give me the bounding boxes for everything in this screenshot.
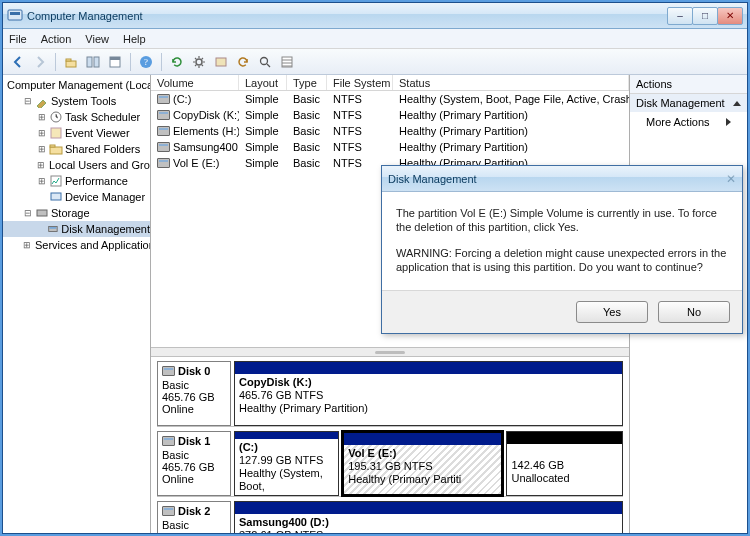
tree-diskmgmt[interactable]: Disk Management bbox=[3, 221, 150, 237]
clock-icon bbox=[49, 110, 63, 124]
drive-icon bbox=[157, 110, 170, 120]
volume-row[interactable]: Elements (H:)SimpleBasicNTFSHealthy (Pri… bbox=[151, 123, 629, 139]
forward-button[interactable] bbox=[31, 53, 49, 71]
tree-devmgr[interactable]: Device Manager bbox=[3, 189, 150, 205]
chevron-right-icon bbox=[726, 118, 731, 126]
svg-rect-4 bbox=[87, 57, 92, 67]
diskmgmt-icon bbox=[47, 222, 59, 236]
disk-icon bbox=[162, 506, 175, 516]
tree-shared[interactable]: ⊞Shared Folders bbox=[3, 141, 150, 157]
back-button[interactable] bbox=[9, 53, 27, 71]
tree-perf[interactable]: ⊞Performance bbox=[3, 173, 150, 189]
partition[interactable]: CopyDisk (K:)465.76 GB NTFSHealthy (Prim… bbox=[234, 361, 623, 426]
disk-header[interactable]: Disk 0 Basic465.76 GBOnline bbox=[157, 361, 231, 426]
svg-rect-3 bbox=[66, 59, 71, 61]
actions-header: Actions bbox=[630, 75, 747, 94]
show-hide-button[interactable] bbox=[84, 53, 102, 71]
volume-row[interactable]: (C:)SimpleBasicNTFSHealthy (System, Boot… bbox=[151, 91, 629, 107]
disk-row[interactable]: Disk 0 Basic465.76 GBOnline CopyDisk (K:… bbox=[157, 361, 623, 427]
graphical-view: Disk 0 Basic465.76 GBOnline CopyDisk (K:… bbox=[151, 357, 629, 533]
device-icon bbox=[49, 190, 63, 204]
window-title: Computer Management bbox=[27, 10, 668, 22]
perf-icon bbox=[49, 174, 63, 188]
properties-button[interactable] bbox=[106, 53, 124, 71]
volume-row[interactable]: Samsung400 (D:)SimpleBasicNTFSHealthy (P… bbox=[151, 139, 629, 155]
tree-systools[interactable]: ⊟System Tools bbox=[3, 93, 150, 109]
tree-event[interactable]: ⊞Event Viewer bbox=[3, 125, 150, 141]
dialog-message-2: WARNING: Forcing a deletion might cause … bbox=[396, 246, 728, 274]
drive-icon bbox=[157, 158, 170, 168]
titlebar[interactable]: Computer Management – □ ✕ bbox=[3, 3, 747, 29]
yes-button[interactable]: Yes bbox=[576, 301, 648, 323]
svg-rect-18 bbox=[50, 145, 55, 147]
volume-row[interactable]: CopyDisk (K:)SimpleBasicNTFSHealthy (Pri… bbox=[151, 107, 629, 123]
svg-point-12 bbox=[261, 57, 268, 64]
volume-list[interactable]: (C:)SimpleBasicNTFSHealthy (System, Boot… bbox=[151, 91, 629, 171]
console-tree[interactable]: Computer Management (Local ⊟System Tools… bbox=[3, 75, 151, 533]
disk-header[interactable]: Disk 1 Basic465.76 GBOnline bbox=[157, 431, 231, 496]
wiz-icon[interactable] bbox=[212, 53, 230, 71]
partition[interactable]: (C:)127.99 GB NTFSHealthy (System, Boot, bbox=[234, 431, 339, 496]
partition-selected[interactable]: Vol E (E:)195.31 GB NTFSHealthy (Primary… bbox=[342, 431, 503, 496]
actions-group[interactable]: Disk Management bbox=[630, 94, 747, 112]
svg-rect-1 bbox=[10, 12, 20, 15]
tree-services[interactable]: ⊞Services and Applications bbox=[3, 237, 150, 253]
delete-confirm-dialog: Disk Management ✕ The partition Vol E (E… bbox=[381, 165, 743, 334]
col-fs[interactable]: File System bbox=[327, 75, 393, 90]
menu-view[interactable]: View bbox=[85, 33, 109, 45]
drive-icon bbox=[157, 94, 170, 104]
tree-storage[interactable]: ⊟Storage bbox=[3, 205, 150, 221]
svg-rect-21 bbox=[51, 176, 61, 186]
disk-icon bbox=[162, 366, 175, 376]
partition-unallocated[interactable]: 142.46 GBUnallocated bbox=[506, 431, 623, 496]
svg-rect-22 bbox=[51, 193, 61, 200]
actions-more[interactable]: More Actions bbox=[630, 112, 747, 132]
col-status[interactable]: Status bbox=[393, 75, 629, 90]
svg-point-10 bbox=[196, 59, 202, 65]
close-button[interactable]: ✕ bbox=[717, 7, 743, 25]
menu-file[interactable]: File bbox=[9, 33, 27, 45]
col-volume[interactable]: Volume bbox=[151, 75, 239, 90]
dialog-message-1: The partition Vol E (E:) Simple Volume i… bbox=[396, 206, 728, 234]
col-layout[interactable]: Layout bbox=[239, 75, 287, 90]
maximize-button[interactable]: □ bbox=[692, 7, 718, 25]
dialog-close-icon[interactable]: ✕ bbox=[726, 172, 736, 186]
menu-help[interactable]: Help bbox=[123, 33, 146, 45]
disk-row[interactable]: Disk 1 Basic465.76 GBOnline (C:)127.99 G… bbox=[157, 431, 623, 497]
menubar: File Action View Help bbox=[3, 29, 747, 49]
help-button[interactable]: ? bbox=[137, 53, 155, 71]
minimize-button[interactable]: – bbox=[667, 7, 693, 25]
refresh-icon[interactable] bbox=[168, 53, 186, 71]
svg-rect-5 bbox=[94, 57, 99, 67]
event-icon bbox=[49, 126, 63, 140]
svg-rect-17 bbox=[50, 147, 62, 154]
drive-icon bbox=[157, 142, 170, 152]
menu-action[interactable]: Action bbox=[41, 33, 72, 45]
computer-management-window: Computer Management – □ ✕ File Action Vi… bbox=[2, 2, 748, 534]
splitter[interactable] bbox=[151, 347, 629, 357]
dialog-body: The partition Vol E (E:) Simple Volume i… bbox=[382, 192, 742, 290]
col-type[interactable]: Type bbox=[287, 75, 327, 90]
up-button[interactable] bbox=[62, 53, 80, 71]
disk-icon bbox=[162, 436, 175, 446]
partition[interactable]: Samsung400 (D:)372.61 GB NTFS bbox=[234, 501, 623, 533]
undo-icon[interactable] bbox=[234, 53, 252, 71]
svg-rect-23 bbox=[37, 210, 47, 216]
svg-rect-2 bbox=[66, 61, 76, 67]
svg-rect-7 bbox=[110, 57, 120, 60]
find-icon[interactable] bbox=[256, 53, 274, 71]
disk-row[interactable]: Disk 2 Basic372.61 GBOnline Samsung400 (… bbox=[157, 501, 623, 533]
disk-header[interactable]: Disk 2 Basic372.61 GBOnline bbox=[157, 501, 231, 533]
tree-root[interactable]: Computer Management (Local bbox=[3, 77, 150, 93]
no-button[interactable]: No bbox=[658, 301, 730, 323]
settings-icon[interactable] bbox=[190, 53, 208, 71]
tree-task[interactable]: ⊞Task Scheduler bbox=[3, 109, 150, 125]
drive-icon bbox=[157, 126, 170, 136]
folder-icon bbox=[49, 142, 63, 156]
list-icon[interactable] bbox=[278, 53, 296, 71]
dialog-titlebar[interactable]: Disk Management ✕ bbox=[382, 166, 742, 192]
tree-localusers[interactable]: ⊞Local Users and Groups bbox=[3, 157, 150, 173]
svg-rect-24 bbox=[49, 226, 57, 231]
volume-list-header[interactable]: Volume Layout Type File System Status bbox=[151, 75, 629, 91]
tools-icon bbox=[35, 94, 49, 108]
